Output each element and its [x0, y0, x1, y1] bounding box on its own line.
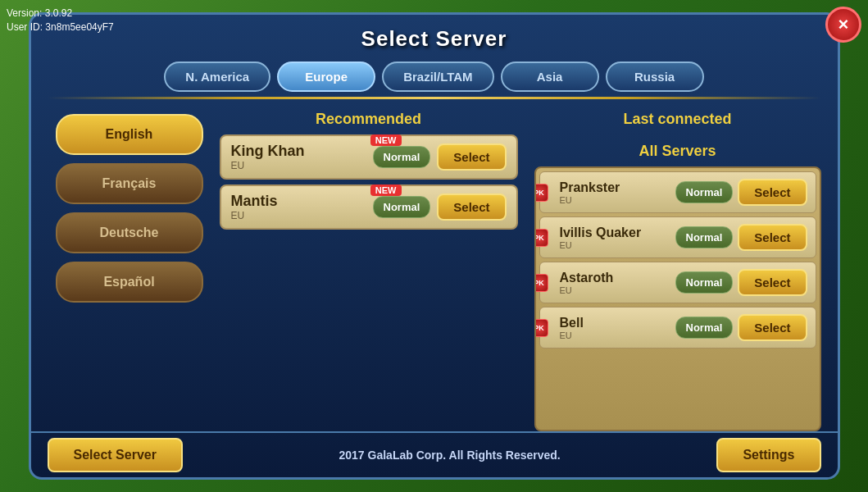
bottom-bar: Select Server 2017 GalaLab Corp. All Rig…	[31, 431, 838, 477]
new-badge-mantis: NEW	[370, 184, 402, 196]
tab-namerica[interactable]: N. America	[164, 61, 270, 92]
settings-button[interactable]: Settings	[716, 438, 820, 472]
tab-europe[interactable]: Europe	[277, 61, 375, 92]
normal-badge-king-khan: Normal	[373, 146, 431, 168]
all-server-region-prankster: EU	[560, 195, 620, 205]
all-server-region-astaroth: EU	[560, 285, 614, 295]
all-server-region-bell: EU	[560, 330, 584, 340]
right-panel: Last connected All Servers PK Prankster …	[526, 106, 821, 431]
recommended-server-list: NEW King Khan EU Normal Select NEW Manti…	[220, 134, 518, 431]
server-name-mantis: Mantis	[231, 193, 278, 210]
tab-asia[interactable]: Asia	[501, 61, 599, 92]
all-server-right-bell: Normal Select	[675, 314, 807, 341]
lang-deutsche[interactable]: Deutsche	[56, 212, 203, 253]
select-button-ivillis[interactable]: Select	[738, 224, 807, 251]
all-server-name-astaroth: Astaroth	[560, 271, 614, 285]
all-server-name-bell: Bell	[560, 316, 584, 330]
server-entry-mantis-right: Normal Select	[373, 194, 507, 221]
select-button-prankster[interactable]: Select	[738, 179, 807, 206]
modal-title: Select Server	[31, 15, 838, 57]
server-entry-astaroth: PK Astaroth EU Normal Select	[539, 262, 816, 303]
all-servers-list: PK Prankster EU Normal Select PK Ivillis…	[534, 166, 821, 431]
version-info: Version: 3.0.92 User ID: 3n8m5ee04yF7	[7, 7, 114, 34]
userid-label: User ID:	[7, 21, 43, 33]
pk-icon-prankster: PK	[534, 184, 548, 202]
userid-value: 3n8m5ee04yF7	[45, 21, 113, 33]
select-button-bell[interactable]: Select	[738, 314, 807, 341]
server-entry-bell: PK Bell EU Normal Select	[539, 307, 816, 348]
close-icon: ×	[838, 14, 849, 35]
all-server-left-bell: Bell EU	[548, 316, 584, 340]
all-server-left-ivillis: Ivillis Quaker EU	[548, 226, 642, 250]
all-server-name-ivillis: Ivillis Quaker	[560, 226, 642, 240]
recommended-header: Recommended	[220, 106, 518, 134]
copyright: 2017 GalaLab Corp. All Rights Reserved.	[339, 449, 561, 462]
last-connected-header: Last connected	[534, 106, 821, 134]
gold-divider	[48, 97, 821, 99]
all-server-region-ivillis: EU	[560, 240, 642, 250]
normal-badge-prankster: Normal	[675, 181, 734, 203]
lang-espanol[interactable]: Español	[56, 262, 203, 303]
all-server-right-prankster: Normal Select	[675, 179, 807, 206]
new-badge-king-khan: NEW	[370, 134, 402, 146]
select-server-button[interactable]: Select Server	[48, 438, 183, 472]
recommended-panel: Recommended NEW King Khan EU Normal Sele…	[211, 106, 526, 431]
close-button[interactable]: ×	[825, 7, 861, 43]
normal-badge-mantis: Normal	[373, 196, 431, 218]
all-servers-header: All Servers	[534, 134, 821, 166]
server-region-mantis: EU	[231, 210, 278, 221]
all-server-right-astaroth: Normal Select	[675, 269, 807, 296]
server-entry-king-khan-left: King Khan EU	[231, 143, 305, 171]
pk-icon-astaroth: PK	[534, 274, 548, 292]
normal-badge-bell: Normal	[675, 317, 734, 339]
all-server-name-prankster: Prankster	[560, 180, 620, 195]
all-server-right-ivillis: Normal Select	[675, 224, 807, 251]
all-server-left-prankster: Prankster EU	[548, 180, 620, 205]
server-region-king-khan: EU	[231, 160, 305, 171]
version-label: Version:	[7, 7, 42, 19]
server-entry-king-khan: NEW King Khan EU Normal Select	[220, 134, 518, 180]
pk-icon-bell: PK	[534, 319, 548, 337]
all-server-left-astaroth: Astaroth EU	[548, 271, 614, 295]
version-number: 3.0.92	[45, 7, 72, 19]
pk-icon-ivillis: PK	[534, 229, 548, 247]
normal-badge-ivillis: Normal	[675, 226, 734, 248]
select-button-king-khan[interactable]: Select	[437, 144, 506, 171]
server-entry-mantis-left: Mantis EU	[231, 193, 278, 221]
server-entry-mantis: NEW Mantis EU Normal Select	[220, 184, 518, 230]
server-entry-prankster: PK Prankster EU Normal Select	[539, 171, 816, 213]
region-tabs: N. America Europe Brazil/LTAM Asia Russi…	[31, 57, 838, 97]
lang-english[interactable]: English	[56, 114, 203, 155]
language-panel: English Français Deutsche Español	[48, 106, 211, 431]
content-area: English Français Deutsche Español Recomm…	[31, 106, 838, 431]
tab-russia[interactable]: Russia	[606, 61, 704, 92]
tab-brazil[interactable]: Brazil/LTAM	[382, 61, 493, 92]
server-name-king-khan: King Khan	[231, 143, 305, 160]
normal-badge-astaroth: Normal	[675, 271, 734, 294]
select-server-modal: Select Server N. America Europe Brazil/L…	[29, 12, 840, 480]
select-button-mantis[interactable]: Select	[437, 194, 506, 221]
lang-francais[interactable]: Français	[56, 163, 203, 204]
server-entry-ivillis: PK Ivillis Quaker EU Normal Select	[539, 216, 816, 258]
select-button-astaroth[interactable]: Select	[738, 269, 807, 296]
server-entry-king-khan-right: Normal Select	[373, 144, 507, 171]
